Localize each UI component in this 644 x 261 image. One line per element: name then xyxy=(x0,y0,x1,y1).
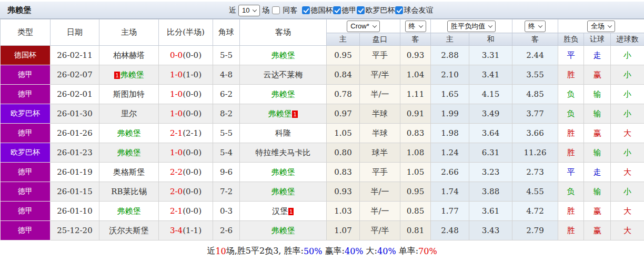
summary-bar: 近10场,胜5平2负3, 胜率:50% 赢率:40% 大:40% 单率:70% xyxy=(0,240,644,261)
filter-controls: 近 10 场 同客 德国杯德甲欧罗巴杯球会友谊 xyxy=(229,2,434,19)
handicap-line: 半球 xyxy=(360,124,400,143)
mean-time-select-cell: 终 xyxy=(512,19,558,33)
team-name: 特拉维夫马卡比 xyxy=(256,148,311,157)
handicap-line: 半/一 xyxy=(360,85,400,104)
team-name: 云达不莱梅 xyxy=(264,70,303,79)
mean-home-odds: 1.99 xyxy=(431,104,469,124)
away-team-cell: 汉堡1 xyxy=(240,202,327,221)
summary-segment: 10 xyxy=(215,246,226,256)
mean-draw-odds: 3.64 xyxy=(469,124,512,143)
result-goals: 小 xyxy=(611,46,644,65)
away-team-cell: 弗赖堡1 xyxy=(240,104,327,124)
scope-select[interactable]: 全场 xyxy=(587,21,615,32)
filter-checkbox[interactable] xyxy=(357,6,365,14)
col-away: 客场 xyxy=(240,19,327,46)
match-row: 德甲26-02-071弗赖堡1-0(1-0)4-8云达不莱梅0.84平/半1.0… xyxy=(1,65,644,85)
corners-cell: 8-2 xyxy=(213,104,240,124)
handicap-home-odds: 1.07 xyxy=(327,221,360,240)
bookmaker-select-value: Crow* xyxy=(350,22,369,30)
result-handicap: 走 xyxy=(584,46,611,65)
handicap-home-odds: 0.84 xyxy=(327,65,360,85)
mean-draw-odds: 3.49 xyxy=(469,104,512,124)
team-name: 弗赖堡 xyxy=(271,187,295,196)
col-handicap-home: 主 xyxy=(327,33,360,46)
match-row: 德甲25-12-20沃尔夫斯堡3-4(1-1)2-6弗赖堡1.07平/半0.81… xyxy=(1,221,644,240)
league-filters: 德国杯德甲欧罗巴杯球会友谊 xyxy=(302,6,434,15)
col-mean-away: 客 xyxy=(512,33,558,46)
handicap-home-odds: 1.05 xyxy=(327,124,360,143)
handicap-away-odds: 0.83 xyxy=(400,124,431,143)
handicap-home-odds: 0.93 xyxy=(327,182,360,202)
recent-count-select[interactable]: 10 xyxy=(238,5,260,16)
team-name: 弗赖堡 xyxy=(271,167,295,177)
result-outcome: 胜 xyxy=(558,124,584,143)
league-badge: 德甲 xyxy=(1,202,51,221)
summary-segment: 40% xyxy=(345,246,364,256)
mean-draw-odds: 3.31 xyxy=(469,46,512,65)
bookmaker-select[interactable]: Crow* xyxy=(347,21,379,32)
mean-time-value: 终 xyxy=(528,22,535,31)
mean-odds-select[interactable]: 胜平负均值 xyxy=(447,21,496,32)
mean-draw-odds: 3.41 xyxy=(469,65,512,85)
date-cell: 26-02-01 xyxy=(51,85,99,104)
handicap-time-select[interactable]: 终 xyxy=(405,21,426,32)
score-cell: 2-0(0-0) xyxy=(159,182,213,202)
home-team-cell: 柏林赫塔 xyxy=(99,46,159,65)
corners-cell: 7-2 xyxy=(213,182,240,202)
result-outcome: 胜 xyxy=(558,202,584,221)
handicap-away-odds: 1.04 xyxy=(400,65,431,85)
chevron-down-icon xyxy=(538,23,542,27)
team-name: 弗赖堡 xyxy=(120,70,144,79)
score-cell: 1-0(0-0) xyxy=(159,143,213,163)
team-name: RB莱比锡 xyxy=(111,187,146,196)
col-corners: 角球 xyxy=(213,19,240,46)
league-badge: 德甲 xyxy=(1,65,51,85)
mean-home-odds: 1.24 xyxy=(431,143,469,163)
result-goals: 大 xyxy=(611,163,644,182)
mean-draw-odds: 3.61 xyxy=(469,202,512,221)
filter-checkbox[interactable] xyxy=(395,6,403,14)
league-badge: 德甲 xyxy=(1,182,51,202)
score-cell: 1-0(1-0) xyxy=(159,65,213,85)
team-name: 弗赖堡 xyxy=(268,109,291,118)
result-handicap: 输 xyxy=(584,182,611,202)
match-row: 欧罗巴杯26-01-30里尔1-0(0-0)8-2弗赖堡10.97半球0.911… xyxy=(1,104,644,124)
same-away-checkbox[interactable] xyxy=(272,6,280,14)
team-name: 斯图加特 xyxy=(113,89,145,99)
mean-away-odds: 4.72 xyxy=(512,202,558,221)
filter-checkbox[interactable] xyxy=(333,6,341,14)
result-outcome: 负 xyxy=(558,104,584,124)
date-cell: 26-01-10 xyxy=(51,202,99,221)
date-cell: 26-01-19 xyxy=(51,163,99,182)
home-team-cell: 里尔 xyxy=(99,104,159,124)
league-badge: 德甲 xyxy=(1,221,51,240)
mean-away-odds: 4.55 xyxy=(512,182,558,202)
col-result-handicap: 让球 xyxy=(584,33,611,46)
result-goals: 小 xyxy=(611,143,644,163)
result-handicap: 赢 xyxy=(584,221,611,240)
score-cell: 2-1(0-0) xyxy=(159,202,213,221)
chevron-down-icon xyxy=(418,23,422,27)
handicap-away-odds: 0.95 xyxy=(400,182,431,202)
filter-label: 德国杯 xyxy=(310,6,333,15)
mean-time-select[interactable]: 终 xyxy=(525,21,546,32)
corners-cell: 9-6 xyxy=(213,163,240,182)
rank-badge: 1 xyxy=(288,208,294,215)
match-row: 德甲26-01-19奥格斯堡2-2(0-0)9-6弗赖堡0.83平手1.052.… xyxy=(1,163,644,182)
home-team-cell: 沃尔夫斯堡 xyxy=(99,221,159,240)
col-handicap-line: 盘口 xyxy=(360,33,400,46)
team-name: 弗赖堡 xyxy=(271,89,295,99)
filter-checkbox[interactable] xyxy=(302,6,310,14)
team-name: 弗赖堡 xyxy=(271,226,295,235)
mean-away-odds: 2.73 xyxy=(512,163,558,182)
score-cell: 3-4(1-1) xyxy=(159,221,213,240)
mean-home-odds: 1.74 xyxy=(431,182,469,202)
filter-label: 德甲 xyxy=(341,6,356,15)
result-handicap: 输 xyxy=(584,104,611,124)
handicap-line: 半/一 xyxy=(360,202,400,221)
summary-segment: 场,胜5平2负3, 胜率: xyxy=(226,246,304,257)
recent-count-value: 10 xyxy=(242,6,249,14)
score-cell: 0-0(0-0) xyxy=(159,46,213,65)
match-row: 德甲26-01-15RB莱比锡2-0(0-0)7-2弗赖堡0.93半/一0.95… xyxy=(1,182,644,202)
filter-label: 球会友谊 xyxy=(404,6,433,15)
